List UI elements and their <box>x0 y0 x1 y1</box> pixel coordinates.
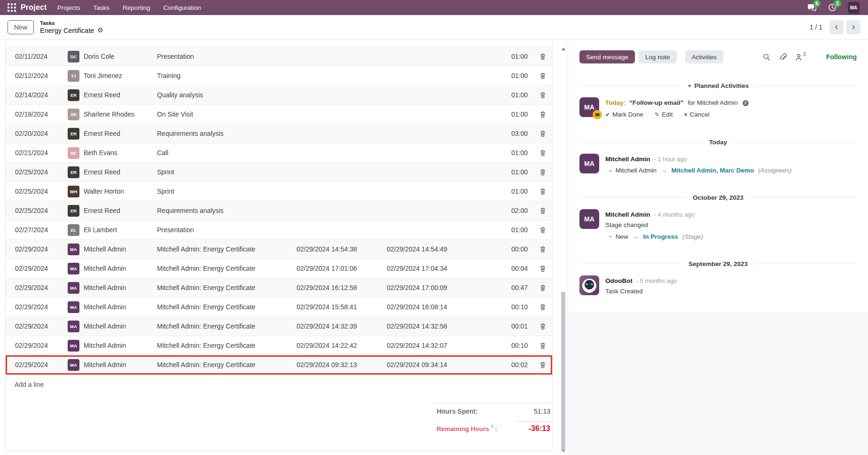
delete-row-button[interactable] <box>539 226 547 235</box>
row-start[interactable]: 02/29/2024 14:22:42 <box>297 342 387 349</box>
mark-done-button[interactable]: ✔Mark Done <box>605 110 643 119</box>
search-messages-button[interactable] <box>763 53 771 61</box>
new-button[interactable]: New <box>8 20 34 34</box>
delete-row-button[interactable] <box>539 322 547 331</box>
row-date[interactable]: 02/12/2024 <box>6 72 68 79</box>
delete-row-button[interactable] <box>539 283 547 292</box>
following-button[interactable]: Following <box>826 53 857 61</box>
timesheet-row[interactable]: 02/29/2024 MA Mitchell Admin Mitchell Ad… <box>6 298 552 317</box>
activities-icon[interactable]: 2 <box>827 2 837 13</box>
delete-row-button[interactable] <box>539 206 547 215</box>
row-date[interactable]: 02/27/2024 <box>6 226 68 234</box>
scrollbar-up-arrow[interactable] <box>562 47 565 50</box>
followers-button[interactable]: 3 <box>795 53 806 61</box>
timesheet-row[interactable]: 02/29/2024 MA Mitchell Admin Mitchell Ad… <box>6 240 552 259</box>
timesheet-row[interactable]: 02/18/2024 SR Sharlene Rhodes On Site Vi… <box>6 105 552 124</box>
row-description[interactable]: Mitchell Admin: Energy Certificate <box>157 322 297 330</box>
timesheet-row[interactable]: 02/14/2024 ER Ernest Reed Quality analys… <box>6 86 552 105</box>
delete-row-button[interactable] <box>539 52 547 61</box>
timesheet-row[interactable]: 02/29/2024 MA Mitchell Admin Mitchell Ad… <box>6 278 552 298</box>
delete-row-button[interactable] <box>539 341 547 350</box>
row-description[interactable]: Mitchell Admin: Energy Certificate <box>157 245 297 253</box>
row-description[interactable]: Presentation <box>157 226 297 234</box>
row-description[interactable]: Call <box>157 149 297 157</box>
row-start[interactable]: 02/29/2024 14:32:39 <box>297 322 387 330</box>
row-description[interactable]: Presentation <box>157 53 297 60</box>
attach-files-button[interactable] <box>779 53 787 61</box>
row-duration[interactable]: 02:00 <box>493 207 533 214</box>
apps-grid-icon[interactable] <box>8 3 16 12</box>
row-duration[interactable]: 00:10 <box>493 303 533 311</box>
row-description[interactable]: Mitchell Admin: Energy Certificate <box>157 361 297 369</box>
row-date[interactable]: 02/11/2024 <box>6 53 68 60</box>
send-message-button[interactable]: Send message <box>579 50 635 63</box>
row-start[interactable]: 02/29/2024 16:12:58 <box>297 284 387 291</box>
row-end[interactable]: 02/29/2024 14:32:07 <box>387 342 493 349</box>
row-start[interactable]: 02/29/2024 14:54:38 <box>297 245 387 253</box>
row-date[interactable]: 02/29/2024 <box>6 245 68 253</box>
row-end[interactable]: 02/29/2024 09:34:14 <box>387 361 493 369</box>
row-date[interactable]: 02/29/2024 <box>6 284 68 291</box>
timesheet-row[interactable]: 02/11/2024 DC Doris Cole Presentation 01… <box>6 47 552 66</box>
row-description[interactable]: Mitchell Admin: Energy Certificate <box>157 284 297 291</box>
row-date[interactable]: 02/18/2024 <box>6 110 68 118</box>
row-duration[interactable]: 01:00 <box>493 72 533 79</box>
row-description[interactable]: Requirements analysis <box>157 207 297 214</box>
row-duration[interactable]: 00:04 <box>493 265 533 272</box>
row-start[interactable]: 02/29/2024 17:01:06 <box>297 265 387 272</box>
row-duration[interactable]: 01:00 <box>493 188 533 195</box>
timesheet-row[interactable]: 02/12/2024 TJ Toni Jimenez Training 01:0… <box>6 66 552 86</box>
row-date[interactable]: 02/25/2024 <box>6 168 68 176</box>
menu-configuration[interactable]: Configuration <box>164 4 201 11</box>
breadcrumb-tasks[interactable]: Tasks <box>40 20 103 26</box>
user-avatar[interactable]: MA <box>848 2 860 14</box>
delete-row-button[interactable] <box>539 149 547 157</box>
menu-reporting[interactable]: Reporting <box>123 4 150 11</box>
row-date[interactable]: 02/29/2024 <box>6 265 68 272</box>
delete-row-button[interactable] <box>539 187 547 196</box>
timesheet-row[interactable]: 02/29/2024 MA Mitchell Admin Mitchell Ad… <box>6 336 552 355</box>
menu-projects[interactable]: Projects <box>57 4 80 11</box>
row-duration[interactable]: 00:01 <box>493 322 533 330</box>
row-date[interactable]: 02/29/2024 <box>6 361 68 369</box>
row-duration[interactable]: 01:00 <box>493 53 533 60</box>
row-end[interactable]: 02/29/2024 16:08:14 <box>387 303 493 311</box>
help-icon[interactable]: ? <box>491 424 493 429</box>
timesheet-row[interactable]: 02/20/2024 ER Ernest Reed Requirements a… <box>6 124 552 143</box>
pager-next-button[interactable] <box>846 20 860 34</box>
delete-row-button[interactable] <box>539 264 547 273</box>
app-name[interactable]: Project <box>21 3 47 12</box>
delete-row-button[interactable] <box>539 71 547 80</box>
scrollbar-thumb[interactable] <box>561 292 565 451</box>
delete-row-button[interactable] <box>539 168 547 177</box>
row-description[interactable]: Requirements analysis <box>157 130 297 137</box>
timesheet-row[interactable]: 02/25/2024 ER Ernest Reed Sprint 01:00 <box>6 163 552 182</box>
row-end[interactable]: 02/29/2024 17:00:09 <box>387 284 493 291</box>
row-date[interactable]: 02/25/2024 <box>6 188 68 195</box>
edit-activity-button[interactable]: ✎Edit <box>655 110 673 119</box>
delete-row-button[interactable] <box>539 110 547 119</box>
delete-row-button[interactable] <box>539 129 547 138</box>
row-end[interactable]: 02/29/2024 14:54:49 <box>387 245 493 253</box>
cancel-activity-button[interactable]: ×Cancel <box>684 110 709 119</box>
timesheet-row[interactable]: 02/27/2024 EL Eli Lambert Presentation 0… <box>6 220 552 240</box>
menu-tasks[interactable]: Tasks <box>93 4 109 11</box>
row-description[interactable]: Mitchell Admin: Energy Certificate <box>157 303 297 311</box>
row-duration[interactable]: 01:00 <box>493 149 533 157</box>
delete-row-button[interactable] <box>539 245 547 254</box>
row-duration[interactable]: 01:00 <box>493 110 533 118</box>
row-start[interactable]: 02/29/2024 15:58:41 <box>297 303 387 311</box>
timesheet-row[interactable]: 02/25/2024 WH Walter Horton Sprint 01:00 <box>6 182 552 201</box>
row-date[interactable]: 02/14/2024 <box>6 91 68 99</box>
row-date[interactable]: 02/25/2024 <box>6 207 68 214</box>
row-date[interactable]: 02/21/2024 <box>6 149 68 157</box>
delete-row-button[interactable] <box>539 361 547 369</box>
row-duration[interactable]: 00:00 <box>493 245 533 253</box>
row-description[interactable]: Sprint <box>157 188 297 195</box>
log-note-button[interactable]: Log note <box>639 50 677 63</box>
timesheet-row[interactable]: 02/25/2024 ER Ernest Reed Requirements a… <box>6 201 552 220</box>
row-description[interactable]: Sprint <box>157 168 297 176</box>
scrollbar-down-arrow[interactable] <box>562 450 565 453</box>
planned-activities-header[interactable]: ▼ Planned Activities <box>579 82 857 89</box>
row-description[interactable]: Quality analysis <box>157 91 297 99</box>
